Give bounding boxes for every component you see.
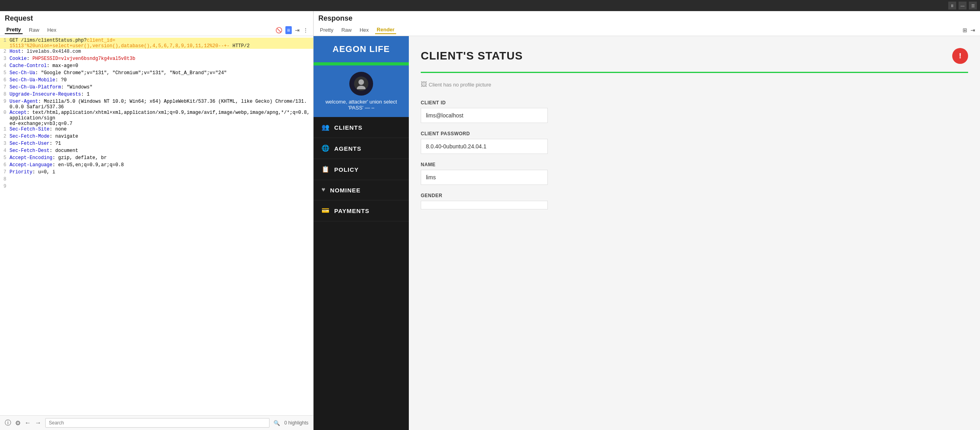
client-status-title: CLIENT'S STATUS	[421, 50, 523, 62]
line-content: Sec-Fetch-Site: none	[10, 127, 313, 134]
no-profile-icon: 🖼	[421, 81, 427, 88]
main-area: Request Pretty Raw Hex 🚫 ≡ ⇥ ⋮ 1 GET /li…	[0, 11, 980, 430]
no-profile-pic: 🖼 Client has no profile picture	[421, 81, 968, 88]
nav-policy[interactable]: 📋 POLICY	[314, 159, 409, 180]
more-icon-btn[interactable]: ⋮	[303, 27, 308, 33]
list-icon-btn[interactable]: ≡	[285, 26, 292, 34]
tab-pretty-request[interactable]: Pretty	[5, 26, 23, 34]
response-action-btn-2[interactable]: ⇥	[970, 27, 975, 33]
field-client-id: CLIENT ID lims@localhost	[421, 100, 968, 123]
tab-render-response[interactable]: Render	[375, 26, 396, 34]
back-button[interactable]: ←	[25, 419, 31, 426]
line-number: 1	[0, 38, 10, 49]
response-content: AEGON LIFE welcome, attacker' union sele…	[314, 36, 980, 430]
response-tab-bar: Pretty Raw Hex Render ⊞ ⇥	[314, 24, 980, 36]
line-number: 6	[0, 77, 10, 84]
request-title: Request	[0, 11, 313, 24]
line-number: 5	[0, 70, 10, 77]
tab-raw-request[interactable]: Raw	[27, 26, 41, 34]
code-line-9: 9 User-Agent: Mozilla/5.0 (Windows NT 10…	[0, 99, 313, 110]
tab-pretty-response[interactable]: Pretty	[318, 26, 335, 34]
code-line-2: 2 Host: livelabs.0x4148.com	[0, 49, 313, 56]
line-number: 9	[0, 184, 10, 191]
nav-agents[interactable]: 🌐 AGENTS	[314, 138, 409, 159]
highlights-count: 0 highlights	[284, 420, 308, 426]
line-number: 3	[0, 56, 10, 63]
clients-icon: 👥	[322, 123, 329, 131]
field-name: NAME lims	[421, 162, 968, 185]
client-id-label: CLIENT ID	[421, 100, 968, 106]
line-content: Sec-Fetch-User: ?1	[10, 141, 313, 148]
field-gender: GENDER	[421, 193, 968, 209]
line-content: Accept: text/html,application/xhtml+xml,…	[10, 110, 313, 127]
nominee-icon: ♥	[322, 186, 325, 194]
response-action-btn-1[interactable]: ⊞	[963, 27, 967, 33]
code-line-17: 7 Priority: u=0, i	[0, 169, 313, 177]
line-content: Cache-Control: max-age=0	[10, 63, 313, 70]
settings-button[interactable]: ⚙	[15, 419, 21, 427]
svg-point-0	[358, 79, 364, 85]
info-button[interactable]: ⓘ	[5, 419, 11, 427]
name-label: NAME	[421, 162, 968, 167]
agents-icon: 🌐	[322, 144, 329, 152]
line-number: 8	[0, 177, 10, 184]
payments-icon: 💳	[322, 207, 329, 215]
eye-icon-btn[interactable]: 🚫	[275, 27, 282, 33]
app-green-bar	[314, 62, 409, 65]
search-input[interactable]	[45, 418, 270, 428]
code-line-5: 5 Sec-Ch-Ua: "Google Chrome";v="131", "C…	[0, 70, 313, 77]
app-title: AEGON LIFE	[322, 44, 401, 54]
code-line-15: 5 Accept-Encoding: gzip, deflate, br	[0, 155, 313, 162]
avatar-icon	[354, 77, 368, 91]
line-content: Sec-Fetch-Mode: navigate	[10, 134, 313, 141]
search-button[interactable]: 🔍	[273, 420, 280, 426]
response-title: Response	[314, 11, 980, 24]
response-tab-actions: ⊞ ⇥	[963, 27, 975, 33]
dash-button[interactable]: —	[959, 2, 967, 10]
code-line-8: 8 Upgrade-Insecure-Requests: 1	[0, 92, 313, 99]
line-content: Sec-Ch-Ua: "Google Chrome";v="131", "Chr…	[10, 70, 313, 77]
line-content: Sec-Fetch-Dest: document	[10, 148, 313, 155]
pause-button[interactable]: ⏸	[948, 2, 956, 10]
code-line-13: 3 Sec-Fetch-User: ?1	[0, 141, 313, 148]
request-code-area: 1 GET /lims/clientStatus.php?client_id=1…	[0, 36, 313, 415]
code-line-4: 4 Cache-Control: max-age=0	[0, 63, 313, 70]
line-number: 8	[0, 92, 10, 99]
line-content: Host: livelabs.0x4148.com	[10, 49, 313, 56]
code-line-6: 6 Sec-Ch-Ua-Mobile: ?0	[0, 77, 313, 84]
policy-icon: 📋	[322, 165, 329, 173]
line-content: Accept-Language: en-US,en;q=0.9,ar;q=0.8	[10, 162, 313, 169]
app-main-content: CLIENT'S STATUS ! 🖼 Client has no profil…	[409, 36, 980, 430]
welcome-text: welcome, attacker' union select 'PASS' —…	[320, 99, 402, 111]
menu-button[interactable]: ☰	[969, 2, 977, 10]
line-content: Sec-Ch-Ua-Platform: "Windows"	[10, 84, 313, 92]
gender-value	[421, 201, 548, 209]
nav-nominee[interactable]: ♥ NOMINEE	[314, 180, 409, 200]
forward-button[interactable]: →	[35, 419, 41, 426]
app-sidebar: AEGON LIFE welcome, attacker' union sele…	[314, 36, 409, 430]
code-line-3: 3 Cookie: PHPSESSID=vlvjven6bsndg7kg4val…	[0, 56, 313, 63]
right-panel: Response Pretty Raw Hex Render ⊞ ⇥ AEGON…	[314, 11, 980, 430]
line-content	[10, 177, 313, 184]
tab-raw-response[interactable]: Raw	[340, 26, 353, 34]
line-number: 9	[0, 99, 10, 110]
user-avatar-svg	[356, 78, 367, 89]
left-panel: Request Pretty Raw Hex 🚫 ≡ ⇥ ⋮ 1 GET /li…	[0, 11, 314, 430]
line-number: 0	[0, 110, 10, 127]
line-number: 4	[0, 148, 10, 155]
app-header: AEGON LIFE	[314, 36, 409, 62]
line-number: 5	[0, 155, 10, 162]
no-profile-text: Client has no profile picture	[429, 82, 491, 88]
code-line-18: 8	[0, 177, 313, 184]
code-line-10: 0 Accept: text/html,application/xhtml+xm…	[0, 110, 313, 127]
line-number: 1	[0, 127, 10, 134]
indent-icon-btn[interactable]: ⇥	[295, 27, 300, 33]
line-content: User-Agent: Mozilla/5.0 (Windows NT 10.0…	[10, 99, 313, 110]
nominee-label: NOMINEE	[330, 187, 361, 194]
client-password-value: 8.0.40-0ubuntu0.24.04.1	[421, 139, 548, 154]
tab-hex-response[interactable]: Hex	[358, 26, 370, 34]
nav-payments[interactable]: 💳 PAYMENTS	[314, 200, 409, 221]
line-number: 7	[0, 169, 10, 177]
tab-hex-request[interactable]: Hex	[46, 26, 58, 34]
nav-clients[interactable]: 👥 CLIENTS	[314, 117, 409, 138]
